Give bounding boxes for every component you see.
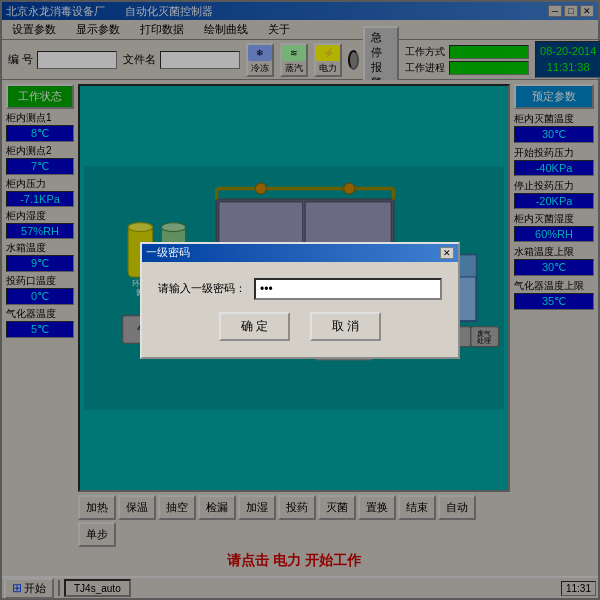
password-modal: 一级密码 ✕ 请输入一级密码： 确 定 取 消 [140,242,460,359]
cancel-button[interactable]: 取 消 [310,312,381,341]
modal-title-bar: 一级密码 ✕ [142,244,458,262]
confirm-button[interactable]: 确 定 [219,312,290,341]
password-prompt: 请输入一级密码： [158,281,246,296]
modal-overlay: 一级密码 ✕ 请输入一级密码： 确 定 取 消 [0,0,600,600]
modal-body: 请输入一级密码： 确 定 取 消 [142,262,458,357]
password-input[interactable] [254,278,442,300]
modal-buttons: 确 定 取 消 [158,312,442,341]
password-row: 请输入一级密码： [158,278,442,300]
modal-title-text: 一级密码 [146,245,190,260]
modal-close-button[interactable]: ✕ [440,247,454,259]
